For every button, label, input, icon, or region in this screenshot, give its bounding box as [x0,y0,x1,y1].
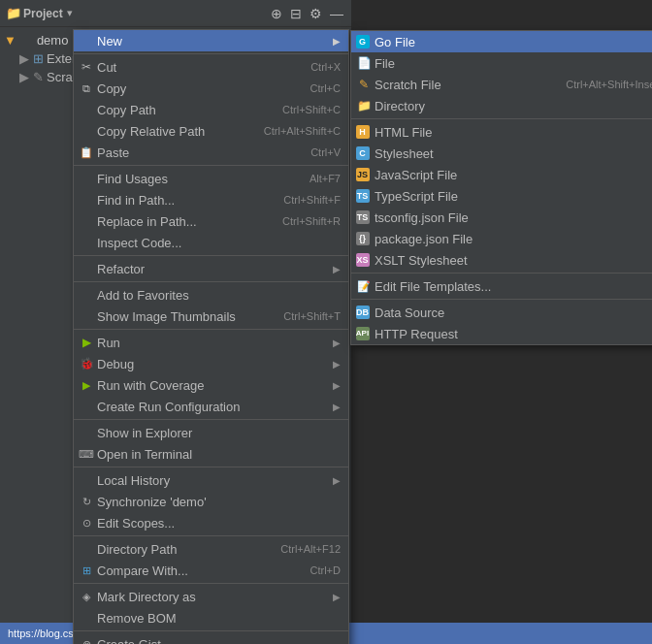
submenu-sep-1 [351,118,652,119]
scratch-collapse-icon: ▶ [19,70,29,84]
menu-item-run-coverage[interactable]: ▶ Run with Coverage ▶ [74,374,348,396]
menu-item-synchronize[interactable]: ↻ Synchronize 'demo' [74,491,348,512]
submenu-sep-3 [351,299,652,300]
edit-scopes-icon: ⊙ [79,515,94,531]
menu-item-debug[interactable]: 🐞 Debug ▶ [74,353,348,374]
submenu-go-file[interactable]: G Go File [351,31,652,52]
settings-icon[interactable]: ⊕ [269,4,284,23]
menu-sep-10 [74,630,348,631]
menu-sep-8 [74,535,348,536]
html-icon: H [356,124,372,140]
minimize-icon[interactable]: — [328,4,345,23]
http-icon: API [356,326,372,341]
js-icon: JS [356,167,372,182]
go-file-icon: G [356,34,372,49]
menu-sep-2 [74,165,348,166]
menu-sep-6 [74,419,348,420]
toolbar-icons: ⊕ ⊟ ⚙ — [269,4,345,23]
context-menu: New ▶ G Go File 📄 File ✎ Scratch File [73,29,349,644]
menu-item-copy-path[interactable]: Copy Path Ctrl+Shift+C [74,99,348,120]
menu-sep-4 [74,281,348,282]
library-icon: ⊞ [33,51,44,66]
debug-arrow-icon: ▶ [333,359,341,370]
menu-item-compare-with[interactable]: ⊞ Compare With... Ctrl+D [74,560,348,581]
submenu-edit-templates[interactable]: 📝 Edit File Templates... [351,275,652,297]
menu-sep-7 [74,467,348,467]
copy-icon: ⧉ [79,80,94,96]
folder-icon: 📁 [6,6,21,20]
menu-sep-3 [74,255,348,256]
menu-sep-9 [74,583,348,584]
menu-item-paste[interactable]: 📋 Paste Ctrl+V [74,142,348,163]
css-icon: C [356,145,372,161]
menu-item-edit-scopes[interactable]: ⊙ Edit Scopes... [74,512,348,533]
menu-item-find-usages[interactable]: Find Usages Alt+F7 [74,168,348,189]
submenu-file[interactable]: 📄 File [351,52,652,74]
submenu-directory[interactable]: 📁 Directory [351,95,652,116]
debug-icon: 🐞 [79,356,94,371]
submenu-http-request[interactable]: API HTTP Request [351,323,652,344]
scratch-icon: ✎ [33,70,44,84]
menu-item-create-gist[interactable]: ⊗ Create Gist... [74,633,348,644]
submenu-javascript[interactable]: JS JavaScript File [351,164,652,185]
menu-item-run[interactable]: ▶ Run ▶ [74,332,348,353]
menu-item-open-terminal[interactable]: ⌨ Open in Terminal [74,443,348,465]
submenu-tsconfig[interactable]: TS tsconfig.json File [351,207,652,228]
create-run-arrow-icon: ▶ [333,402,341,412]
project-toolbar: 📁 Project ▾ ⊕ ⊟ ⚙ — [0,0,351,27]
menu-item-find-in-path[interactable]: Find in Path... Ctrl+Shift+F [74,189,348,210]
menu-sep-1 [74,53,348,54]
run-coverage-icon: ▶ [79,377,94,393]
sync-icon: ↻ [79,494,94,509]
menu-item-create-run[interactable]: Create Run Configuration ▶ [74,396,348,417]
menu-item-refactor[interactable]: Refactor ▶ [74,258,348,279]
run-arrow-icon: ▶ [333,338,341,348]
cut-icon: ✂ [79,59,94,75]
submenu-scratch-file[interactable]: ✎ Scratch File Ctrl+Alt+Shift+Insert [351,74,652,95]
collapse-icon: ▶ [19,51,29,66]
tsconfig-icon: TS [356,209,372,225]
file-icon: 📄 [356,55,372,71]
xslt-icon: XS [356,252,372,268]
local-history-arrow-icon: ▶ [333,475,341,486]
submenu-html-file[interactable]: H HTML File [351,121,652,143]
menu-item-directory-path[interactable]: Directory Path Ctrl+Alt+F12 [74,538,348,560]
submenu-xslt[interactable]: XS XSLT Stylesheet [351,249,652,271]
mark-dir-arrow-icon: ▶ [333,592,341,602]
submenu-data-source[interactable]: DB Data Source [351,302,652,323]
compare-icon: ⊞ [79,563,94,578]
new-arrow-icon: ▶ [333,36,341,47]
menu-item-remove-bom[interactable]: Remove BOM [74,607,348,628]
menu-item-new[interactable]: New ▶ G Go File 📄 File ✎ Scratch File [74,30,348,51]
ts-icon: TS [356,188,372,204]
submenu-typescript[interactable]: TS TypeScript File [351,185,652,207]
project-title: Project [23,7,63,20]
menu-item-show-image[interactable]: Show Image Thumbnails Ctrl+Shift+T [74,306,348,327]
menu-item-inspect-code[interactable]: Inspect Code... [74,232,348,253]
menu-item-cut[interactable]: ✂ Cut Ctrl+X [74,56,348,78]
dropdown-icon[interactable]: ▾ [67,7,73,19]
paste-icon: 📋 [79,145,94,160]
gear-icon[interactable]: ⚙ [308,4,324,23]
submenu-stylesheet[interactable]: C Stylesheet [351,143,652,164]
layout-icon[interactable]: ⊟ [288,4,304,23]
menu-item-replace-in-path[interactable]: Replace in Path... Ctrl+Shift+R [74,210,348,232]
edit-templates-icon: 📝 [356,278,372,294]
folder-open-icon: ▼ [4,33,16,48]
menu-item-add-favorites[interactable]: Add to Favorites [74,284,348,306]
directory-icon: 📁 [356,98,372,113]
new-submenu: G Go File 📄 File ✎ Scratch File Ctrl+Alt… [350,30,652,345]
menu-item-local-history[interactable]: Local History ▶ [74,469,348,491]
mark-dir-icon: ◈ [79,589,94,604]
submenu-sep-2 [351,273,652,274]
run-icon: ▶ [79,335,94,350]
menu-item-show-explorer[interactable]: Show in Explorer [74,422,348,443]
menu-item-copy-relative[interactable]: Copy Relative Path Ctrl+Alt+Shift+C [74,120,348,142]
refactor-arrow-icon: ▶ [333,264,341,274]
github-icon: ⊗ [79,636,94,644]
submenu-package-json[interactable]: {} package.json File [351,228,652,249]
scratch-file-icon: ✎ [356,77,372,92]
terminal-icon: ⌨ [79,446,94,462]
menu-item-copy[interactable]: ⧉ Copy Ctrl+C [74,78,348,99]
menu-item-mark-directory[interactable]: ◈ Mark Directory as ▶ [74,586,348,607]
